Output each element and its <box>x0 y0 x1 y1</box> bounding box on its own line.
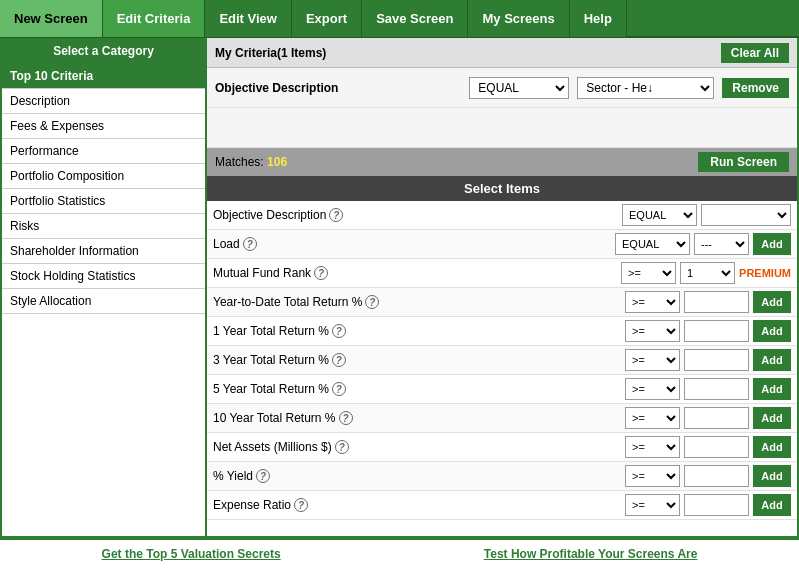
add-10yr-button[interactable]: Add <box>753 407 791 429</box>
add-5yr-button[interactable]: Add <box>753 378 791 400</box>
sidebar-item-stock-holding[interactable]: Stock Holding Statistics <box>2 264 205 289</box>
help-icon-objective[interactable]: ? <box>329 208 343 222</box>
item-row-3yr: 3 Year Total Return % ? >=<== Add <box>207 346 797 375</box>
matches-bar: Matches: 106 Run Screen <box>207 148 797 176</box>
help-icon-ytd[interactable]: ? <box>365 295 379 309</box>
item-name-objective: Objective Description ? <box>213 208 433 222</box>
add-expratio-button[interactable]: Add <box>753 494 791 516</box>
item-value-yield[interactable] <box>684 465 749 487</box>
item-op1-5yr[interactable]: >=<== <box>625 378 680 400</box>
new-screen-button[interactable]: New Screen <box>0 0 103 37</box>
item-name-load: Load ? <box>213 237 433 251</box>
help-icon-3yr[interactable]: ? <box>332 353 346 367</box>
sidebar-item-portfolio-comp[interactable]: Portfolio Composition <box>2 164 205 189</box>
sidebar-item-performance[interactable]: Performance <box>2 139 205 164</box>
item-row-expratio: Expense Ratio ? >=<== Add <box>207 491 797 520</box>
item-op2-objective[interactable] <box>701 204 791 226</box>
sidebar-item-description[interactable]: Description <box>2 89 205 114</box>
items-container[interactable]: Objective Description ? EQUALNOT EQUAL L… <box>207 201 797 536</box>
item-name-10yr: 10 Year Total Return % ? <box>213 411 433 425</box>
save-screen-button[interactable]: Save Screen <box>362 0 468 37</box>
sidebar: Select a Category Top 10 Criteria Descri… <box>2 38 207 536</box>
help-icon-expratio[interactable]: ? <box>294 498 308 512</box>
item-value-1yr[interactable] <box>684 320 749 342</box>
criteria-active-row: Objective Description EQUAL NOT EQUAL CO… <box>207 68 797 108</box>
clear-all-button[interactable]: Clear All <box>721 43 789 63</box>
item-controls-ytd: >=<== Add <box>439 291 791 313</box>
main-layout: Select a Category Top 10 Criteria Descri… <box>0 38 799 538</box>
item-op1-ytd[interactable]: >=<== <box>625 291 680 313</box>
item-controls-load: EQUALNOT EQUAL ---YesNo Add <box>439 233 791 255</box>
sidebar-item-risks[interactable]: Risks <box>2 214 205 239</box>
item-op2-load[interactable]: ---YesNo <box>694 233 749 255</box>
add-load-button[interactable]: Add <box>753 233 791 255</box>
edit-view-button[interactable]: Edit View <box>205 0 292 37</box>
item-controls-1yr: >=<== Add <box>439 320 791 342</box>
sidebar-item-shareholder[interactable]: Shareholder Information <box>2 239 205 264</box>
help-icon-mfrank[interactable]: ? <box>314 266 328 280</box>
item-op1-1yr[interactable]: >=<== <box>625 320 680 342</box>
item-value-netassets[interactable] <box>684 436 749 458</box>
help-icon-1yr[interactable]: ? <box>332 324 346 338</box>
item-value-3yr[interactable] <box>684 349 749 371</box>
add-ytd-button[interactable]: Add <box>753 291 791 313</box>
item-op1-netassets[interactable]: >=<== <box>625 436 680 458</box>
sidebar-item-portfolio-stats[interactable]: Portfolio Statistics <box>2 189 205 214</box>
toolbar: New Screen Edit Criteria Edit View Expor… <box>0 0 799 38</box>
item-op1-expratio[interactable]: >=<== <box>625 494 680 516</box>
item-controls-netassets: >=<== Add <box>439 436 791 458</box>
footer-link2[interactable]: Test How Profitable Your Screens Are <box>484 547 698 561</box>
item-name-1yr: 1 Year Total Return % ? <box>213 324 433 338</box>
help-icon-5yr[interactable]: ? <box>332 382 346 396</box>
item-op1-objective[interactable]: EQUALNOT EQUAL <box>622 204 697 226</box>
item-name-mfrank: Mutual Fund Rank ? <box>213 266 433 280</box>
item-value-ytd[interactable] <box>684 291 749 313</box>
item-value-10yr[interactable] <box>684 407 749 429</box>
item-value-expratio[interactable] <box>684 494 749 516</box>
add-yield-button[interactable]: Add <box>753 465 791 487</box>
item-row-objective: Objective Description ? EQUALNOT EQUAL <box>207 201 797 230</box>
item-row-load: Load ? EQUALNOT EQUAL ---YesNo Add <box>207 230 797 259</box>
item-name-3yr: 3 Year Total Return % ? <box>213 353 433 367</box>
help-icon-netassets[interactable]: ? <box>335 440 349 454</box>
item-controls-5yr: >=<== Add <box>439 378 791 400</box>
item-controls-3yr: >=<== Add <box>439 349 791 371</box>
criteria-operator-select[interactable]: EQUAL NOT EQUAL CONTAINS <box>469 77 569 99</box>
item-controls-mfrank: >=<== 12345 PREMIUM <box>439 262 791 284</box>
item-op1-yield[interactable]: >=<== <box>625 465 680 487</box>
right-panel: My Criteria(1 Items) Clear All Objective… <box>207 38 797 536</box>
remove-criteria-button[interactable]: Remove <box>722 78 789 98</box>
criteria-value-select[interactable]: Sector - He↓ Sector - Technology Sector … <box>577 77 714 99</box>
item-name-netassets: Net Assets (Millions $) ? <box>213 440 433 454</box>
item-op1-3yr[interactable]: >=<== <box>625 349 680 371</box>
footer: Get the Top 5 Valuation Secrets Test How… <box>0 538 799 568</box>
add-netassets-button[interactable]: Add <box>753 436 791 458</box>
help-icon-load[interactable]: ? <box>243 237 257 251</box>
my-screens-button[interactable]: My Screens <box>468 0 569 37</box>
premium-label-mfrank: PREMIUM <box>739 267 791 279</box>
item-value-5yr[interactable] <box>684 378 749 400</box>
edit-criteria-button[interactable]: Edit Criteria <box>103 0 206 37</box>
help-icon-10yr[interactable]: ? <box>339 411 353 425</box>
export-button[interactable]: Export <box>292 0 362 37</box>
item-name-5yr: 5 Year Total Return % ? <box>213 382 433 396</box>
sidebar-item-top10[interactable]: Top 10 Criteria <box>2 64 205 89</box>
item-row-netassets: Net Assets (Millions $) ? >=<== Add <box>207 433 797 462</box>
help-icon-yield[interactable]: ? <box>256 469 270 483</box>
run-screen-button[interactable]: Run Screen <box>698 152 789 172</box>
footer-link1[interactable]: Get the Top 5 Valuation Secrets <box>102 547 281 561</box>
criteria-active-label: Objective Description <box>215 81 461 95</box>
add-3yr-button[interactable]: Add <box>753 349 791 371</box>
matches-count: 106 <box>267 155 287 169</box>
item-op1-mfrank[interactable]: >=<== <box>621 262 676 284</box>
item-op2-mfrank[interactable]: 12345 <box>680 262 735 284</box>
item-op1-10yr[interactable]: >=<== <box>625 407 680 429</box>
sidebar-item-fees[interactable]: Fees & Expenses <box>2 114 205 139</box>
help-button[interactable]: Help <box>570 0 627 37</box>
sidebar-item-style-alloc[interactable]: Style Allocation <box>2 289 205 314</box>
item-controls-10yr: >=<== Add <box>439 407 791 429</box>
item-op1-load[interactable]: EQUALNOT EQUAL <box>615 233 690 255</box>
item-row-yield: % Yield ? >=<== Add <box>207 462 797 491</box>
item-row-5yr: 5 Year Total Return % ? >=<== Add <box>207 375 797 404</box>
add-1yr-button[interactable]: Add <box>753 320 791 342</box>
